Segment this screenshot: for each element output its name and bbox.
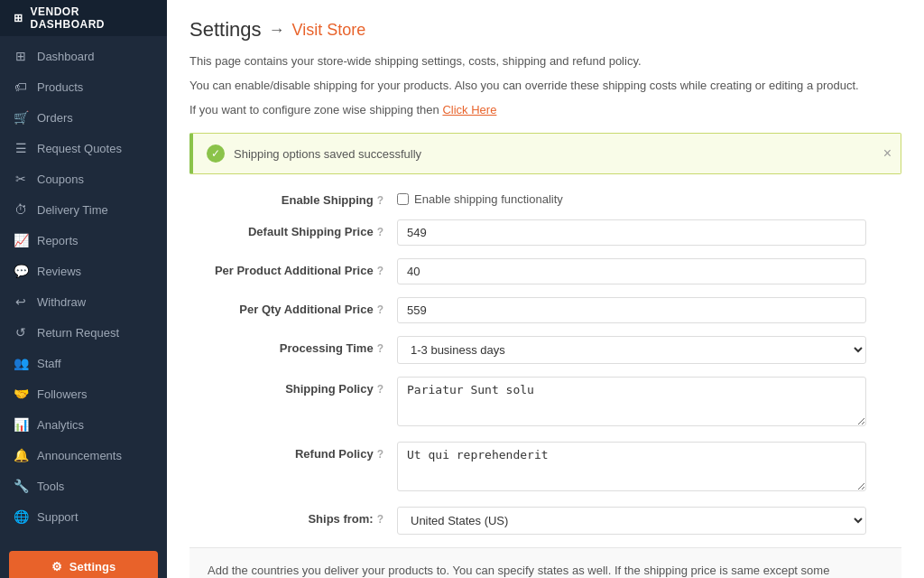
per-product-price-label: Per Product Additional Price ? [189, 258, 397, 277]
per-product-price-help-icon[interactable]: ? [377, 265, 383, 277]
settings-form: Enable Shipping ? Enable shipping functi… [189, 188, 901, 535]
sidebar-item-label-tools: Tools [37, 480, 64, 493]
ships-from-row: Ships from: ? United States (US) United … [189, 507, 901, 535]
description-line3: If you want to configure zone wise shipp… [189, 101, 901, 120]
success-notice: ✓ Shipping options saved successfully × [189, 133, 901, 174]
brand-icon: ⊞ [14, 12, 23, 24]
description-line1: This page contains your store-wide shipp… [189, 52, 901, 71]
processing-time-help-icon[interactable]: ? [377, 342, 383, 355]
tools-icon: 🔧 [14, 479, 28, 493]
notice-text: Shipping options saved successfully [234, 147, 421, 161]
enable-shipping-checkbox[interactable] [397, 193, 409, 205]
default-shipping-price-input[interactable] [397, 219, 866, 246]
ships-from-select[interactable]: United States (US) United Kingdom (UK) C… [397, 507, 866, 535]
per-product-price-field [397, 258, 901, 284]
announcements-icon: 🔔 [14, 448, 28, 462]
per-product-price-row: Per Product Additional Price ? [189, 258, 901, 284]
ships-from-help-icon[interactable]: ? [377, 513, 383, 526]
return-request-icon: ↺ [14, 325, 28, 340]
sidebar-item-label-followers: Followers [37, 387, 88, 401]
sidebar-item-label-analytics: Analytics [37, 418, 84, 432]
staff-icon: 👥 [14, 356, 28, 370]
shipping-policy-help-icon[interactable]: ? [377, 383, 383, 396]
sidebar-item-withdraw[interactable]: ↩Withdraw [0, 286, 167, 317]
main-content: Settings → Visit Store This page contain… [167, 0, 924, 578]
enable-shipping-row: Enable Shipping ? Enable shipping functi… [189, 188, 901, 207]
enable-shipping-label: Enable Shipping ? [189, 188, 397, 207]
shipping-policy-field: Pariatur Sunt solu [397, 377, 901, 429]
notice-check-icon: ✓ [207, 144, 225, 163]
sidebar-item-label-delivery-time: Delivery Time [37, 203, 108, 217]
sidebar-item-orders[interactable]: 🛒Orders [0, 102, 167, 133]
delivery-time-icon: ⏱ [14, 202, 28, 217]
sidebar-item-label-dashboard: Dashboard [37, 50, 95, 63]
ships-from-label: Ships from: ? [189, 507, 397, 526]
sidebar-item-followers[interactable]: 🤝Followers [0, 378, 167, 409]
sidebar-item-label-orders: Orders [37, 111, 73, 125]
shipping-policy-textarea[interactable]: Pariatur Sunt solu [397, 377, 866, 426]
page-title: Settings → Visit Store [189, 18, 901, 42]
dashboard-icon: ⊞ [14, 49, 28, 63]
sidebar-item-label-products: Products [37, 80, 83, 94]
sidebar-item-label-reports: Reports [37, 234, 79, 247]
refund-policy-row: Refund Policy ? Ut qui reprehenderit [189, 442, 901, 494]
default-shipping-price-help-icon[interactable]: ? [377, 226, 383, 238]
title-arrow: → [269, 21, 285, 40]
settings-button[interactable]: ⚙ Settings [9, 551, 158, 578]
sidebar-item-reports[interactable]: 📈Reports [0, 225, 167, 256]
sidebar-item-reviews[interactable]: 💬Reviews [0, 256, 167, 286]
refund-policy-help-icon[interactable]: ? [377, 448, 383, 461]
orders-icon: 🛒 [14, 110, 28, 125]
sidebar-item-announcements[interactable]: 🔔Announcements [0, 440, 167, 471]
sidebar-item-label-reviews: Reviews [37, 265, 81, 278]
enable-shipping-field: Enable shipping functionality [397, 188, 901, 206]
default-shipping-price-row: Default Shipping Price ? [189, 219, 901, 246]
sidebar-item-support[interactable]: 🌐Support [0, 501, 167, 532]
sidebar-item-label-support: Support [37, 510, 79, 524]
sidebar-footer: ⚙ Settings [0, 536, 167, 578]
enable-shipping-checkbox-label[interactable]: Enable shipping functionality [397, 188, 901, 206]
per-qty-price-help-icon[interactable]: ? [377, 303, 383, 316]
sidebar-item-coupons[interactable]: ✂Coupons [0, 163, 167, 194]
ships-from-field: United States (US) United Kingdom (UK) C… [397, 507, 901, 535]
sidebar-item-label-coupons: Coupons [37, 172, 84, 186]
sidebar-item-label-request-quotes: Request Quotes [37, 142, 122, 155]
per-qty-price-input[interactable] [397, 297, 866, 323]
enable-shipping-help-icon[interactable]: ? [377, 194, 383, 207]
notice-close-button[interactable]: × [883, 145, 892, 162]
shipping-policy-row: Shipping Policy ? Pariatur Sunt solu [189, 377, 901, 429]
per-qty-price-row: Per Qty Additional Price ? [189, 297, 901, 323]
sidebar-item-return-request[interactable]: ↺Return Request [0, 317, 167, 348]
sidebar-item-request-quotes[interactable]: ☰Request Quotes [0, 133, 167, 163]
sidebar-item-label-withdraw: Withdraw [37, 295, 86, 309]
processing-time-select[interactable]: 1-3 business days Same day 3-5 business … [397, 336, 866, 364]
visit-store-link[interactable]: Visit Store [292, 21, 366, 40]
sidebar-item-label-announcements: Announcements [37, 449, 122, 462]
support-icon: 🌐 [14, 509, 28, 524]
sidebar-item-staff[interactable]: 👥Staff [0, 348, 167, 378]
products-icon: 🏷 [14, 79, 28, 94]
sidebar: ⊞ Vendor Dashboard ⊞Dashboard🏷Products🛒O… [0, 0, 167, 578]
default-shipping-price-label: Default Shipping Price ? [189, 219, 397, 238]
sidebar-item-analytics[interactable]: 📊Analytics [0, 409, 167, 440]
click-here-link[interactable]: Click Here [442, 103, 496, 117]
analytics-icon: 📊 [14, 417, 28, 432]
request-quotes-icon: ☰ [14, 141, 28, 155]
sidebar-item-dashboard[interactable]: ⊞Dashboard [0, 41, 167, 71]
processing-time-label: Processing Time ? [189, 336, 397, 355]
sidebar-nav: ⊞Dashboard🏷Products🛒Orders☰Request Quote… [0, 36, 167, 536]
withdraw-icon: ↩ [14, 294, 28, 309]
followers-icon: 🤝 [14, 387, 28, 401]
settings-icon: ⚙ [51, 560, 62, 573]
refund-policy-field: Ut qui reprehenderit [397, 442, 901, 494]
per-product-price-input[interactable] [397, 258, 866, 284]
sidebar-item-delivery-time[interactable]: ⏱Delivery Time [0, 194, 167, 225]
refund-policy-textarea[interactable]: Ut qui reprehenderit [397, 442, 866, 491]
sidebar-item-products[interactable]: 🏷Products [0, 71, 167, 102]
sidebar-item-label-return-request: Return Request [37, 326, 119, 340]
coupons-icon: ✂ [14, 172, 28, 186]
sidebar-item-tools[interactable]: 🔧Tools [0, 471, 167, 501]
refund-policy-label: Refund Policy ? [189, 442, 397, 461]
default-shipping-price-field [397, 219, 901, 246]
brand-label: Vendor Dashboard [31, 5, 154, 31]
